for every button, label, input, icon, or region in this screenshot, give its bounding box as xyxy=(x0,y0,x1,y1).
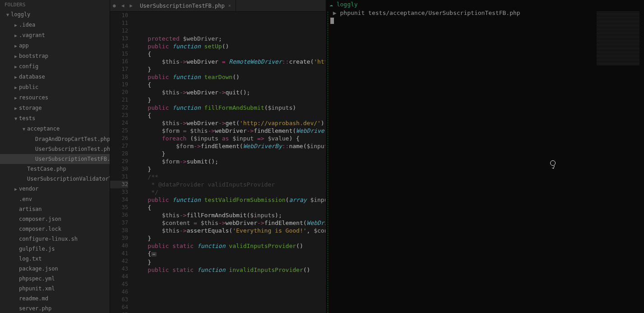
line-number: 30 xyxy=(110,165,128,173)
tree-item-label: log.txt xyxy=(19,256,42,262)
line-number: 43 xyxy=(110,265,128,273)
folder-item[interactable]: ▶bootstrap xyxy=(0,51,110,61)
line-number: 18 xyxy=(110,73,128,81)
mouse-cursor-icon xyxy=(550,160,556,166)
line-number: 36 xyxy=(110,211,128,219)
file-item[interactable]: phpunit.xml xyxy=(0,284,110,294)
line-number: 25 xyxy=(110,127,128,135)
chevron-icon: ▶ xyxy=(14,52,19,61)
line-number: 29 xyxy=(110,158,128,165)
file-item[interactable]: gulpfile.js xyxy=(0,244,110,254)
line-number: 21 xyxy=(110,96,128,104)
line-number: 17 xyxy=(110,65,128,73)
folder-item[interactable]: ▶app xyxy=(0,41,110,51)
tree-item-label: artisan xyxy=(19,206,42,212)
chevron-icon: ▶ xyxy=(14,104,19,112)
line-number: 65 xyxy=(110,311,128,313)
file-item[interactable]: DragAndDropCartTest.php xyxy=(0,134,110,144)
folder-item[interactable]: ▶.idea xyxy=(0,20,110,30)
cloud-icon: ☁ xyxy=(329,1,333,8)
file-tree-sidebar[interactable]: FOLDERS ▼loggly▶.idea▶.vagrant▶app▶boots… xyxy=(0,0,110,313)
tree-item-label: resources xyxy=(19,94,48,101)
file-item[interactable]: composer.json xyxy=(0,214,110,224)
line-number: 38 xyxy=(110,227,128,234)
line-number: 40 xyxy=(110,242,128,250)
chevron-icon: ▶ xyxy=(14,94,19,102)
terminal-prompt-line: ☁ loggly xyxy=(326,0,644,9)
line-number: 28 xyxy=(110,150,128,158)
file-item[interactable]: log.txt xyxy=(0,254,110,264)
tree-item-label: package.json xyxy=(19,266,58,272)
file-item[interactable]: UserSubscriptionTest.php xyxy=(0,144,110,154)
tree-item-label: configure-linux.sh xyxy=(19,236,78,242)
tree-item-label: acceptance xyxy=(27,126,60,132)
folder-item[interactable]: ▶public xyxy=(0,82,110,93)
tree-item-label: .idea xyxy=(19,22,35,28)
chevron-icon: ▶ xyxy=(14,185,19,193)
chevron-icon: ▶ xyxy=(14,73,19,81)
file-item[interactable]: .env xyxy=(0,194,110,204)
folder-item[interactable]: ▼tests xyxy=(0,113,110,124)
line-number: 26 xyxy=(110,135,128,142)
terminal-cwd: loggly xyxy=(337,1,358,8)
file-item[interactable]: composer.lock xyxy=(0,224,110,234)
prompt-arrow-icon: ▶ xyxy=(333,9,337,16)
file-item[interactable]: UserSubscriptionTestFB.php xyxy=(0,154,110,164)
file-item[interactable]: readme.md xyxy=(0,294,110,304)
chevron-icon: ▶ xyxy=(14,21,19,29)
file-item[interactable]: TestCase.php xyxy=(0,164,110,174)
line-number: 35 xyxy=(110,204,128,211)
file-item[interactable]: server.php xyxy=(0,304,110,313)
tab-label: UserSubscriptionTestFB.php xyxy=(140,3,225,9)
close-icon[interactable]: × xyxy=(228,3,231,8)
tree-item-label: TestCase.php xyxy=(27,166,66,172)
folder-item[interactable]: ▶vendor xyxy=(0,184,110,194)
folder-item[interactable]: ▶config xyxy=(0,61,110,72)
line-number: 16 xyxy=(110,58,128,65)
line-number: 23 xyxy=(110,112,128,119)
tree-item-label: loggly xyxy=(11,11,30,18)
folder-item[interactable]: ▶database xyxy=(0,72,110,82)
line-number: 31 xyxy=(110,173,128,181)
nav-back-icon[interactable]: ◀ xyxy=(119,3,127,9)
line-number: 37 xyxy=(110,219,128,227)
line-number: 19 xyxy=(110,81,128,89)
minimap-content-right xyxy=(597,12,639,66)
line-number: 14 xyxy=(110,42,128,50)
tree-item-label: server.php xyxy=(19,305,51,312)
tree-item-label: tests xyxy=(19,115,35,121)
terminal-command: phpunit tests/acceptance/UserSubscriptio… xyxy=(340,9,520,16)
tree-item-label: UserSubscriptionValidatorTest.php xyxy=(27,176,110,182)
folder-item[interactable]: ▼acceptance xyxy=(0,124,110,134)
nav-forward-icon[interactable]: ▶ xyxy=(127,3,135,9)
sidebar-header: FOLDERS xyxy=(0,0,110,9)
tree-item-label: DragAndDropCartTest.php xyxy=(35,136,110,142)
line-number: 10 xyxy=(110,12,128,19)
tree-item-label: readme.md xyxy=(19,295,48,302)
chevron-icon: ▼ xyxy=(14,115,19,123)
file-item[interactable]: artisan xyxy=(0,204,110,214)
folder-item[interactable]: ▶resources xyxy=(0,93,110,103)
line-number: 42 xyxy=(110,257,128,265)
tree-item-label: gulpfile.js xyxy=(19,246,55,252)
folder-item[interactable]: ▶.vagrant xyxy=(0,30,110,41)
folder-item[interactable]: ▶storage xyxy=(0,103,110,113)
line-number: 41 xyxy=(110,250,128,257)
line-number: 46 xyxy=(110,288,128,296)
tree-item-label: .env xyxy=(19,196,32,202)
tree-item-label: UserSubscriptionTestFB.php xyxy=(35,156,110,162)
tree-item-label: bootstrap xyxy=(19,53,48,59)
line-number: 11 xyxy=(110,19,128,27)
chevron-icon: ▶ xyxy=(14,84,19,92)
file-item[interactable]: phpspec.yml xyxy=(0,274,110,284)
tree-item-label: composer.lock xyxy=(19,226,61,232)
tab-dot-icon: ● xyxy=(110,3,119,9)
file-item[interactable]: UserSubscriptionValidatorTest.php xyxy=(0,174,110,184)
file-item[interactable]: package.json xyxy=(0,264,110,274)
tree-item-label: phpunit.xml xyxy=(19,285,55,292)
tab-active[interactable]: UserSubscriptionTestFB.php × xyxy=(135,0,236,12)
file-item[interactable]: configure-linux.sh xyxy=(0,234,110,244)
chevron-icon: ▶ xyxy=(14,32,19,40)
folder-item[interactable]: ▼loggly xyxy=(0,9,110,20)
terminal-panel[interactable]: ☁ loggly ▶ phpunit tests/acceptance/User… xyxy=(325,0,644,313)
